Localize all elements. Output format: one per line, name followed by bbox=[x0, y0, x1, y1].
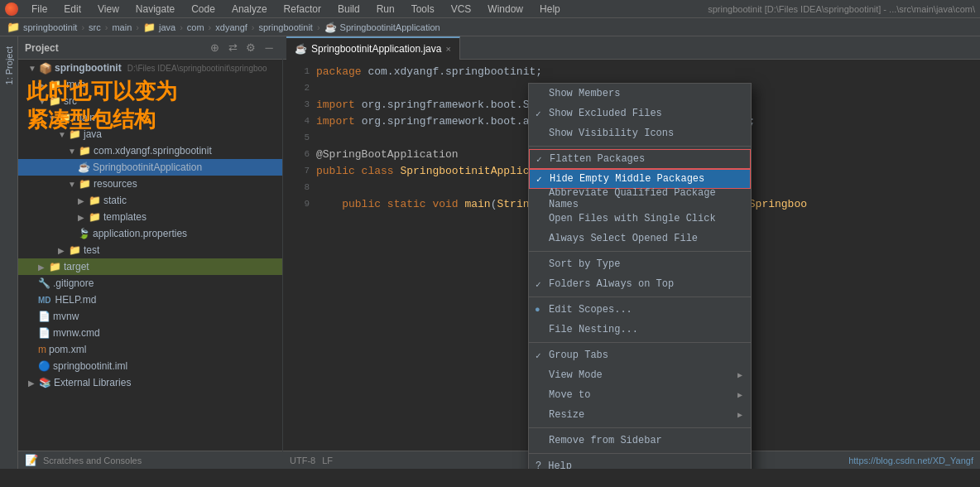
tree-item-static[interactable]: ▶ 📁 static bbox=[18, 192, 282, 209]
tree-item-springbootinit[interactable]: ▼ 📦 springbootinit D:\Files IDEA\springb… bbox=[18, 60, 282, 76]
scratches-panel[interactable]: 📝 Scratches and Consoles bbox=[18, 451, 282, 469]
breadcrumb-springbootinit[interactable]: springbootinit bbox=[23, 22, 77, 32]
menu-analyze[interactable]: Analyze bbox=[228, 3, 271, 15]
breadcrumb-main[interactable]: main bbox=[112, 22, 132, 32]
tree-item-mvn[interactable]: ▶ 📁 .mvn bbox=[18, 76, 282, 93]
dd-open-single-click[interactable]: Open Files with Single Click bbox=[529, 209, 751, 229]
dd-remove-sidebar[interactable]: Remove from Sidebar bbox=[529, 431, 751, 451]
dd-label: Resize bbox=[549, 409, 584, 421]
tree-label: External Libraries bbox=[54, 377, 131, 388]
breadcrumb-xdyangf[interactable]: xdyangf bbox=[215, 22, 247, 32]
tree-item-package[interactable]: ▼ 📁 com.xdyangf.springbootinit bbox=[18, 142, 282, 159]
menu-navigate[interactable]: Navigate bbox=[132, 3, 178, 15]
status-line-sep[interactable]: LF bbox=[322, 456, 333, 465]
dd-label: Folders Always on Top bbox=[549, 278, 674, 290]
file-icon-mvnw-cmd: 📄 bbox=[38, 327, 50, 339]
gitignore-icon: 🔧 bbox=[38, 277, 50, 289]
tab-close-button[interactable]: × bbox=[445, 44, 450, 54]
main-layout: 1: Project Project ⊕ ⇄ ⚙ ─ 此时也可以变为 紧凑型包结… bbox=[0, 36, 980, 469]
tree-label: java bbox=[84, 128, 102, 140]
content-area: ☕ SpringbootinitApplication.java × 1 pac… bbox=[283, 36, 980, 469]
dd-hide-empty[interactable]: Hide Empty Middle Packages bbox=[529, 169, 751, 189]
dd-show-members[interactable]: Show Members bbox=[529, 84, 751, 104]
dd-file-nesting[interactable]: File Nesting... bbox=[529, 320, 751, 340]
dd-sep-5 bbox=[529, 427, 751, 428]
menu-code[interactable]: Code bbox=[188, 3, 219, 15]
tree-item-properties[interactable]: 🍃 application.properties bbox=[18, 225, 282, 242]
tree-item-resources[interactable]: ▼ 📁 resources bbox=[18, 176, 282, 192]
iml-icon: 🔵 bbox=[38, 360, 50, 372]
collapse-icon[interactable]: ⇄ bbox=[226, 41, 239, 55]
settings-icon[interactable]: ⚙ bbox=[244, 41, 257, 55]
tree-item-iml[interactable]: 🔵 springbootinit.iml bbox=[18, 358, 282, 374]
breadcrumb-com[interactable]: com bbox=[187, 22, 204, 32]
tree-item-pom[interactable]: m pom.xml bbox=[18, 341, 282, 358]
menu-build[interactable]: Build bbox=[334, 3, 363, 15]
dd-label: Move to bbox=[549, 389, 590, 401]
arrow-down: ▼ bbox=[28, 64, 36, 73]
menu-refactor[interactable]: Refactor bbox=[281, 3, 324, 15]
dd-sort-by-type[interactable]: Sort by Type bbox=[529, 254, 751, 274]
hide-icon[interactable]: ─ bbox=[262, 41, 276, 55]
tree-item-external-libs[interactable]: ▶ 📚 External Libraries bbox=[18, 374, 282, 391]
tab-bar: ☕ SpringbootinitApplication.java × bbox=[283, 36, 980, 60]
dd-label: Sort by Type bbox=[549, 258, 620, 270]
tree-item-src[interactable]: ▼ 📁 src bbox=[18, 93, 282, 109]
menu-vcs[interactable]: VCS bbox=[448, 3, 475, 15]
breadcrumb-springbootinit2[interactable]: springbootinit bbox=[258, 22, 312, 32]
dd-move-to[interactable]: Move to bbox=[529, 385, 751, 405]
tree-item-mvnw[interactable]: 📄 mvnw bbox=[18, 308, 282, 325]
tree-item-application[interactable]: ☕ SpringbootinitApplication bbox=[18, 159, 282, 176]
menu-help[interactable]: Help bbox=[536, 3, 564, 15]
dd-label: Group Tabs bbox=[549, 350, 608, 361]
dd-show-excluded[interactable]: Show Excluded Files bbox=[529, 104, 751, 123]
breadcrumb-java[interactable]: java bbox=[159, 22, 175, 32]
status-encoding[interactable]: UTF-8 bbox=[290, 456, 315, 465]
locate-icon[interactable]: ⊕ bbox=[208, 41, 221, 55]
tab-application[interactable]: ☕ SpringbootinitApplication.java × bbox=[286, 36, 460, 60]
tree-item-test[interactable]: ▶ 📁 test bbox=[18, 242, 282, 258]
menu-file[interactable]: File bbox=[28, 3, 50, 15]
tree-item-gitignore[interactable]: 🔧 .gitignore bbox=[18, 275, 282, 292]
editor-area[interactable]: 1 package com.xdyangf.springbootinit; 2 … bbox=[283, 60, 980, 469]
dd-label: Edit Scopes... bbox=[549, 304, 632, 316]
dd-label: Show Excluded Files bbox=[549, 108, 662, 119]
tree-label: mvnw.cmd bbox=[53, 327, 100, 339]
menu-run[interactable]: Run bbox=[373, 3, 398, 15]
dd-label: Abbreviate Qualified Package Names bbox=[549, 187, 742, 210]
dd-folders-on-top[interactable]: Folders Always on Top bbox=[529, 274, 751, 294]
project-strip[interactable]: 1: Project bbox=[0, 36, 18, 469]
menu-view[interactable]: View bbox=[94, 3, 122, 15]
tree-item-java[interactable]: ▼ 📁 java bbox=[18, 126, 282, 142]
menu-window[interactable]: Window bbox=[484, 3, 526, 15]
project-panel-label[interactable]: 1: Project bbox=[4, 46, 14, 84]
dd-show-visibility[interactable]: Show Visibility Icons bbox=[529, 123, 751, 143]
dd-resize[interactable]: Resize bbox=[529, 405, 751, 425]
dd-label: Show Visibility Icons bbox=[549, 128, 674, 139]
dd-label: Help bbox=[548, 460, 572, 469]
tree-item-help-md[interactable]: MD HELP.md bbox=[18, 292, 282, 308]
tree-label: HELP.md bbox=[55, 294, 97, 306]
tab-java-icon: ☕ bbox=[295, 43, 307, 55]
dd-label: Remove from Sidebar bbox=[549, 435, 662, 446]
dd-group-tabs[interactable]: Group Tabs bbox=[529, 345, 751, 365]
tree-item-target[interactable]: ▶ 📁 target bbox=[18, 258, 282, 275]
tree-label: test bbox=[84, 244, 99, 256]
dd-always-select[interactable]: Always Select Opened File bbox=[529, 229, 751, 248]
scratches-label: Scratches and Consoles bbox=[43, 456, 142, 465]
tree-item-main[interactable]: ▼ 📁 main bbox=[18, 109, 282, 126]
menu-edit[interactable]: Edit bbox=[60, 3, 84, 15]
tree-label: static bbox=[103, 195, 127, 206]
dd-help[interactable]: ? Help bbox=[529, 456, 751, 469]
menu-tools[interactable]: Tools bbox=[408, 3, 438, 15]
breadcrumb-application[interactable]: SpringbootinitApplication bbox=[340, 22, 440, 32]
tree-item-templates[interactable]: ▶ 📁 templates bbox=[18, 209, 282, 225]
dd-abbreviate[interactable]: Abbreviate Qualified Package Names bbox=[529, 189, 751, 209]
dd-flatten-packages[interactable]: Flatten Packages bbox=[529, 149, 751, 169]
java-file-icon: ☕ bbox=[78, 162, 90, 173]
folder-icon-templates: 📁 bbox=[89, 211, 101, 223]
dd-edit-scopes[interactable]: Edit Scopes... bbox=[529, 300, 751, 320]
breadcrumb-src[interactable]: src bbox=[89, 22, 101, 32]
tree-item-mvnw-cmd[interactable]: 📄 mvnw.cmd bbox=[18, 325, 282, 341]
dd-view-mode[interactable]: View Mode bbox=[529, 365, 751, 385]
